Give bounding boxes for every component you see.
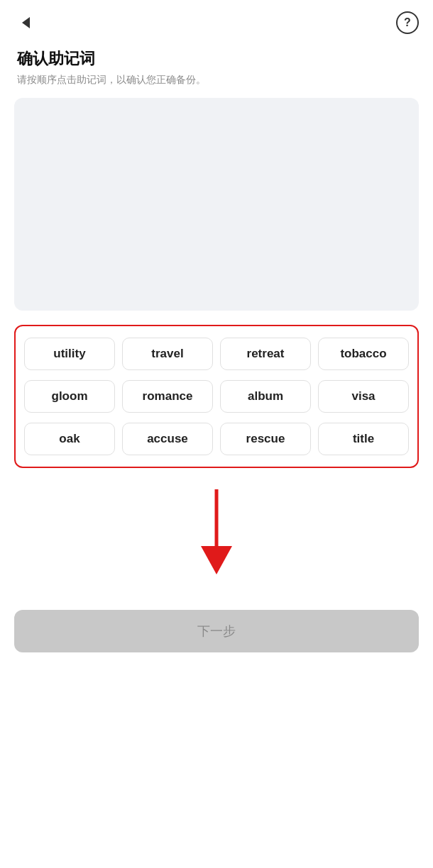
- word-chip[interactable]: visa: [318, 380, 409, 413]
- word-chip[interactable]: gloom: [24, 380, 115, 413]
- page-title: 确认助记词: [17, 48, 416, 69]
- word-grid: utilitytravelretreattobaccogloomromancea…: [24, 338, 409, 455]
- next-button[interactable]: 下一步: [14, 610, 419, 652]
- word-chip[interactable]: travel: [122, 338, 213, 370]
- help-button[interactable]: ?: [396, 11, 419, 34]
- bottom-area: 下一步: [0, 482, 433, 667]
- back-icon: [22, 17, 30, 28]
- back-button[interactable]: [14, 11, 37, 34]
- word-chip[interactable]: oak: [24, 423, 115, 455]
- word-display-area: [14, 98, 419, 311]
- word-chip[interactable]: title: [318, 423, 409, 455]
- word-chip[interactable]: retreat: [220, 338, 311, 370]
- word-chip[interactable]: utility: [24, 338, 115, 370]
- arrow-section: [0, 482, 433, 596]
- word-chip[interactable]: tobacco: [318, 338, 409, 370]
- down-arrow-icon: [188, 489, 245, 582]
- word-chip[interactable]: album: [220, 380, 311, 413]
- help-icon: ?: [404, 16, 411, 29]
- word-selection-box: utilitytravelretreattobaccogloomromancea…: [14, 325, 419, 468]
- title-section: 确认助记词 请按顺序点击助记词，以确认您正确备份。: [0, 41, 433, 98]
- word-chip[interactable]: accuse: [122, 423, 213, 455]
- header: ?: [0, 0, 433, 41]
- page-subtitle: 请按顺序点击助记词，以确认您正确备份。: [17, 74, 416, 87]
- word-chip[interactable]: rescue: [220, 423, 311, 455]
- svg-marker-1: [201, 546, 232, 574]
- word-chip[interactable]: romance: [122, 380, 213, 413]
